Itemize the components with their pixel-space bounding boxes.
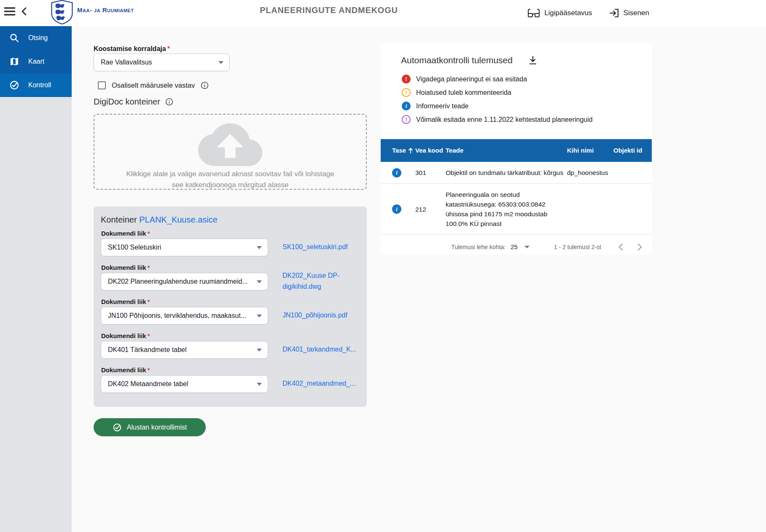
legend-item-warning: ! Hoiatused tuleb kommenteerida [402, 88, 593, 97]
sidebar-item-label: Kaart [28, 58, 44, 65]
chevron-down-icon [257, 280, 262, 283]
search-icon [9, 33, 19, 43]
partial-compliance-label: Osaliselt määrusele vastav [112, 81, 195, 89]
sidebar-item-kaart[interactable]: Kaart [0, 50, 72, 73]
doc-type-select-4[interactable]: DK401 Tärkandmete tabel [101, 341, 268, 359]
cell-teade: Objektil on tundmatu tärkatribuut: kõrgu… [446, 162, 567, 183]
info-badge-icon: i [392, 204, 401, 214]
cell-vea-kood: 212 [415, 199, 446, 220]
chevron-down-icon [218, 61, 223, 64]
sidebar: Otsing Kaart Kontroll [0, 26, 72, 532]
doc-file-link-3[interactable]: JN100_põhijoonis.pdf [282, 310, 362, 321]
coat-of-arms-logo [50, 0, 74, 24]
organizer-label: Koostamise korraldaja* [94, 45, 170, 53]
info-icon[interactable] [201, 81, 209, 89]
check-circle-icon [113, 423, 122, 432]
info-badge-icon: i [392, 168, 401, 177]
login-icon [609, 8, 619, 18]
map-icon [9, 56, 19, 67]
top-header: Maa- ja Ruumiamet PLANEERINGUTE ANDMEKOG… [0, 0, 766, 26]
doc-type-select-5[interactable]: DK402 Metaandmete tabel [101, 375, 268, 393]
hamburger-menu-icon[interactable] [4, 7, 15, 16]
main-content: Koostamise korraldaja* Rae Vallavalitsus… [72, 26, 766, 532]
doc-file-link-2[interactable]: DK202_Kuuse DP-digikihid.dwg [282, 270, 362, 292]
chevron-down-icon [257, 349, 262, 352]
per-page-value[interactable]: 25 [511, 243, 518, 250]
brand-name: Maa- ja Ruumiamet [77, 6, 134, 13]
legend-item-legacy: ! Võimalik esitada enne 1.11.2022 kehtes… [402, 115, 593, 124]
sidebar-item-label: Otsing [28, 34, 48, 42]
sort-ascending-icon [408, 148, 413, 153]
column-header-vea-kood[interactable]: Vea kood [415, 143, 446, 158]
results-range: 1 - 2 tulemust 2-st [554, 244, 601, 250]
cell-objekti-id [613, 167, 652, 179]
info-badge-icon: i [402, 102, 411, 110]
column-header-teade[interactable]: Teade [446, 143, 567, 158]
dropzone-text: Klikkige alale ja valige avanenud aknast… [94, 169, 366, 191]
digidoc-heading: DigiDoc konteiner [94, 97, 160, 107]
login-button[interactable]: Sisenen [609, 8, 649, 18]
warning-icon: ! [402, 88, 411, 97]
results-table-header: Tase Vea kood Teade Kihi nimi Objekti id [381, 139, 652, 162]
legacy-icon: ! [402, 115, 411, 124]
cell-kihi-nimi [567, 203, 613, 215]
previous-page-icon[interactable] [618, 243, 623, 251]
column-header-kihi-nimi[interactable]: Kihi nimi [567, 143, 613, 158]
results-table: Tase Vea kood Teade Kihi nimi Objekti id… [381, 139, 652, 259]
doc-type-label: Dokumendi liik* [101, 264, 150, 271]
table-pagination: Tulemusi lehe kohta: 25 1 - 2 tulemust 2… [381, 235, 652, 259]
error-icon: ! [402, 75, 411, 83]
doc-type-label: Dokumendi liik* [101, 230, 150, 237]
next-page-icon[interactable] [637, 243, 642, 251]
container-file-link[interactable]: PLANK_Kuuse.asice [139, 215, 218, 224]
cell-teade: Planeeringuala on seotud katastriüksuseg… [446, 184, 567, 234]
sidebar-item-label: Kontroll [28, 81, 51, 89]
legend-item-info: i Informeeriv teade [402, 102, 593, 110]
sidebar-item-otsing[interactable]: Otsing [0, 26, 72, 50]
chevron-down-icon[interactable] [524, 246, 529, 248]
organizer-select-value: Rae Vallavalitsus [101, 59, 152, 66]
cloud-upload-icon [198, 121, 262, 166]
page-title: PLANEERINGUTE ANDMEKOGU [260, 5, 398, 15]
doc-type-select-2[interactable]: DK202 Planeeringulahenduse ruumiandmeid.… [101, 273, 268, 290]
collapse-chevron-left-icon[interactable] [21, 7, 27, 16]
cell-kihi-nimi: dp_hoonestus [567, 162, 613, 183]
konteiner-heading: Konteiner [101, 215, 137, 224]
results-title: Automaatkontrolli tulemused [401, 55, 513, 65]
cell-vea-kood: 301 [415, 162, 446, 183]
check-circle-icon [9, 80, 19, 90]
organizer-select[interactable]: Rae Vallavalitsus [94, 54, 230, 71]
doc-file-link-4[interactable]: DK401_tarkandmed_K... [282, 344, 362, 355]
results-card: Automaatkontrolli tulemused ! Vigadega p… [381, 43, 652, 255]
konteiner-panel: Konteiner PLANK_Kuuse.asice Dokumendi li… [94, 207, 367, 407]
partial-compliance-checkbox[interactable] [98, 81, 106, 89]
table-row: i 301 Objektil on tundmatu tärkatribuut:… [381, 162, 652, 184]
start-check-button[interactable]: Alustan kontrollimist [94, 418, 206, 436]
login-label: Sisenen [624, 9, 649, 17]
page: Maa- ja Ruumiamet PLANEERINGUTE ANDMEKOG… [0, 0, 766, 532]
legend-item-error: ! Vigadega planeeringut ei saa esitada [402, 75, 593, 83]
doc-file-link-5[interactable]: DK402_metaandmed_... [282, 378, 362, 389]
download-icon[interactable] [529, 56, 537, 65]
chevron-down-icon [257, 314, 262, 317]
chevron-down-icon [257, 383, 262, 386]
doc-type-select-1[interactable]: SK100 Seletuskiri [101, 239, 268, 256]
accessibility-button[interactable]: Ligipääsetavus [527, 8, 592, 18]
start-check-label: Alustan kontrollimist [127, 424, 187, 431]
doc-type-label: Dokumendi liik* [101, 332, 150, 339]
column-header-tase[interactable]: Tase [381, 143, 415, 158]
sidebar-item-kontroll[interactable]: Kontroll [0, 73, 72, 97]
glasses-icon [527, 8, 540, 18]
table-row: i 212 Planeeringuala on seotud katastriü… [381, 184, 652, 235]
file-dropzone[interactable]: Klikkige alale ja valige avanenud aknast… [94, 114, 367, 190]
doc-file-link-1[interactable]: SK100_seletuskiri.pdf [282, 242, 362, 253]
cell-objekti-id [613, 203, 652, 215]
per-page-label: Tulemusi lehe kohta: [452, 244, 506, 250]
severity-legend: ! Vigadega planeeringut ei saa esitada !… [402, 75, 593, 129]
column-header-objekti-id[interactable]: Objekti id [613, 143, 652, 158]
accessibility-label: Ligipääsetavus [544, 9, 592, 17]
chevron-down-icon [257, 246, 262, 249]
doc-type-label: Dokumendi liik* [101, 298, 150, 305]
info-icon[interactable] [165, 98, 173, 106]
doc-type-select-3[interactable]: JN100 Põhijoonis, terviklahendus, maakas… [101, 307, 268, 325]
